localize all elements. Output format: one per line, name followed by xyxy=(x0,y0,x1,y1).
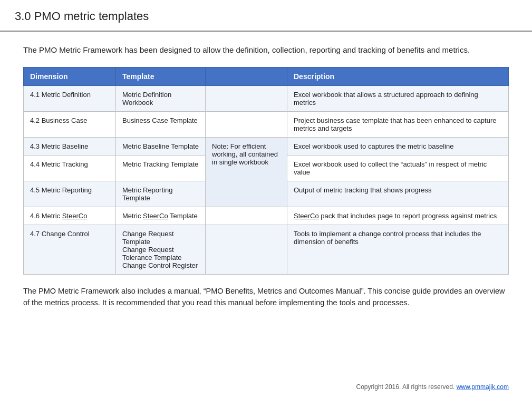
cell-note-empty xyxy=(206,85,287,111)
col-header-note-spacer xyxy=(206,67,287,85)
col-header-dimension: Dimension xyxy=(24,67,116,85)
cell-description: Excel workbook that allows a structured … xyxy=(287,85,509,111)
page-container: 3.0 PMO metric templates The PMO Metric … xyxy=(0,0,532,398)
table-row: 4.6 Metric SteerCo Metric SteerCo Templa… xyxy=(24,207,509,225)
col-header-template: Template xyxy=(116,67,206,85)
cell-template: Metric Reporting Template xyxy=(116,181,206,207)
cell-note-empty xyxy=(206,207,287,225)
cell-template: Metric SteerCo Template xyxy=(116,207,206,225)
cell-dimension: 4.4 Metric Tracking xyxy=(24,155,116,181)
cell-description: Excel workbook used to collect the “actu… xyxy=(287,155,509,181)
cell-description: Output of metric tracking that shows pro… xyxy=(287,181,509,207)
footer-copyright: Copyright 2016. All rights reserved. xyxy=(356,383,455,391)
cell-dimension: 4.6 Metric SteerCo xyxy=(24,207,116,225)
cell-dimension: 4.5 Metric Reporting xyxy=(24,181,116,207)
footer-link[interactable]: www.pmmajik.com xyxy=(457,383,509,391)
steerco-desc-underline: SteerCo xyxy=(294,212,319,220)
cell-template: Metric Tracking Template xyxy=(116,155,206,181)
steerco-template-underline: SteerCo xyxy=(143,212,168,220)
table-header-row: Dimension Template Description xyxy=(24,67,509,85)
page-header: 3.0 PMO metric templates xyxy=(0,0,532,32)
table-row: 4.1 Metric Definition Metric Definition … xyxy=(24,85,509,111)
cell-dimension: 4.3 Metric Baseline xyxy=(24,137,116,155)
outro-text: The PMO Metric Framework also includes a… xyxy=(23,285,509,309)
cell-description: Project business case template that has … xyxy=(287,111,509,137)
cell-template: Business Case Template xyxy=(116,111,206,137)
cell-template: Metric Baseline Template xyxy=(116,137,206,155)
table-row: 4.2 Business Case Business Case Template… xyxy=(24,111,509,137)
page-footer: Copyright 2016. All rights reserved. www… xyxy=(0,380,532,398)
cell-note: Note: For efficient working, all contain… xyxy=(206,137,287,207)
cell-description: SteerCo pack that includes page to repor… xyxy=(287,207,509,225)
metrics-table: Dimension Template Description 4.1 Metri… xyxy=(23,67,509,275)
cell-template: Metric Definition Workbook xyxy=(116,85,206,111)
col-header-description: Description xyxy=(287,67,509,85)
cell-note-empty xyxy=(206,225,287,274)
table-row: 4.3 Metric Baseline Metric Baseline Temp… xyxy=(24,137,509,155)
main-content: The PMO Metric Framework has been design… xyxy=(0,32,532,380)
cell-template: Change Request Template Change Request T… xyxy=(116,225,206,274)
steerco-underline: SteerCo xyxy=(62,212,88,220)
cell-dimension: 4.1 Metric Definition xyxy=(24,85,116,111)
page-title: 3.0 PMO metric templates xyxy=(15,9,517,23)
cell-description: Excel workbook used to captures the metr… xyxy=(287,137,509,155)
cell-dimension: 4.7 Change Control xyxy=(24,225,116,274)
cell-dimension: 4.2 Business Case xyxy=(24,111,116,137)
cell-description: Tools to implement a change control proc… xyxy=(287,225,509,274)
table-row: 4.7 Change Control Change Request Templa… xyxy=(24,225,509,274)
intro-text: The PMO Metric Framework has been design… xyxy=(23,44,509,56)
cell-note-empty xyxy=(206,111,287,137)
